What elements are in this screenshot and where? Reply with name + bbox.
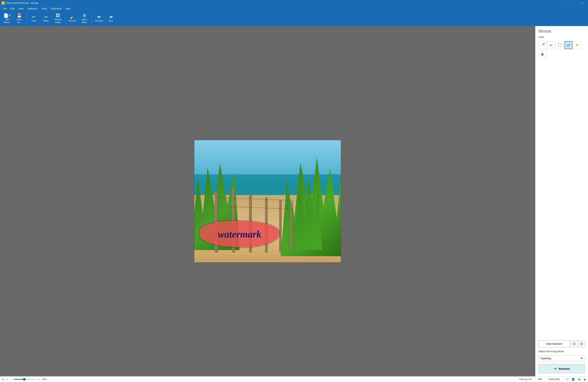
zoom-percentage: 47% xyxy=(42,378,47,381)
social-icon-1[interactable]: 📘 xyxy=(572,378,575,381)
image-dimensions: 1920x1281 xyxy=(549,378,560,381)
svg-marker-1 xyxy=(541,46,542,47)
minimize-button[interactable]: ─ xyxy=(561,0,569,6)
right-panel: Remove Tools xyxy=(535,26,588,376)
original-icon: 🖼 xyxy=(56,14,60,18)
next-button[interactable]: ➡ Next xyxy=(105,12,117,25)
add-label2: File(s)... xyxy=(3,21,11,23)
tools-row xyxy=(538,41,585,58)
pencil-tool-button[interactable] xyxy=(538,41,546,49)
original-label: Original xyxy=(54,18,62,21)
load-selection-button[interactable] xyxy=(578,340,585,347)
redo-button[interactable]: ↪ Redo xyxy=(40,12,51,25)
statusbar: ⊡ ▭ − + 47% Time (s): 0.0 JPG 1920x1281 … xyxy=(0,376,588,382)
stamp-icon xyxy=(540,52,545,56)
remove-btn-label: Remove xyxy=(559,367,570,370)
mode-label: Object Removing Mode xyxy=(538,350,585,353)
rect-select-status-icon: ▭ xyxy=(6,378,8,381)
status-divider-3 xyxy=(563,378,563,381)
add-icon: 📄+ xyxy=(3,14,11,18)
toolbar: 📄+ Add File(s)... 💾 Save as... ↩ Undo ↪ … xyxy=(0,11,588,26)
svg-rect-0 xyxy=(542,43,545,45)
separator-1 xyxy=(26,13,27,24)
lasso-icon xyxy=(566,43,570,47)
clear-selection-label: Clear Selection xyxy=(546,342,562,345)
zoom-slider-thumb xyxy=(23,378,26,381)
window-title: Photo Stamp Remover - thin.jpg xyxy=(6,2,38,4)
clear-row: Clear Selection xyxy=(538,340,585,347)
watermark-selection[interactable]: watermark xyxy=(200,221,279,247)
save-selection-button[interactable] xyxy=(571,340,577,347)
stamp-tool-button[interactable] xyxy=(538,50,546,58)
status-left: ⊡ ▭ − + 47% xyxy=(2,378,519,381)
remove-button[interactable]: 🧹 Remove xyxy=(67,12,78,25)
eraser-icon: 🧹 xyxy=(70,15,75,19)
close-button[interactable]: ✕ xyxy=(578,0,587,6)
crop-icon: ⊡ xyxy=(2,378,4,381)
removing-mode-select[interactable]: Inpainting Content-Aware Blur Clone xyxy=(538,355,585,361)
social-icon-2[interactable]: 🐦 xyxy=(578,378,581,381)
menu-file[interactable]: File xyxy=(1,7,8,11)
undo-icon: ↩ xyxy=(32,15,35,19)
original-label2: Image xyxy=(55,21,61,23)
previous-label: Previous xyxy=(95,20,103,22)
zoom-in-button[interactable]: + xyxy=(37,378,40,381)
pencil-icon xyxy=(540,43,545,47)
previous-button[interactable]: ⬅ Previous xyxy=(93,12,105,25)
window-controls: ─ □ ✕ xyxy=(561,0,587,6)
svg-rect-11 xyxy=(573,343,575,344)
app-icon: PS xyxy=(1,1,5,5)
undo-label: Undo xyxy=(31,20,36,22)
status-right: Time (s): 0.0 JPG 1920x1281 ⓘ 📘 🐦 ▶ xyxy=(519,378,586,381)
remove-action-button[interactable]: ➜ Remove xyxy=(538,364,585,373)
svg-rect-7 xyxy=(541,54,544,55)
add-files-button[interactable]: 📄+ Add File(s)... xyxy=(1,12,13,25)
menu-view[interactable]: View xyxy=(16,7,25,11)
load-selection-icon xyxy=(580,342,583,346)
next-label: Next xyxy=(109,20,113,22)
maximize-button[interactable]: □ xyxy=(569,0,578,6)
magic-wand-tool-button[interactable] xyxy=(565,41,572,49)
svg-rect-9 xyxy=(541,55,544,55)
save-label: Save xyxy=(17,18,21,21)
menu-edit[interactable]: Edit xyxy=(8,7,16,11)
star-tool-button[interactable] xyxy=(573,41,581,49)
undo-button[interactable]: ↩ Undo xyxy=(28,12,39,25)
svg-rect-8 xyxy=(542,53,543,54)
save-as-button[interactable]: 💾 Save as... xyxy=(14,12,25,25)
redo-label: Redo xyxy=(43,20,48,22)
svg-rect-13 xyxy=(581,344,582,345)
social-icon-3[interactable]: ▶ xyxy=(584,378,586,381)
info-icon[interactable]: ⓘ xyxy=(566,378,568,381)
star-icon xyxy=(575,43,579,47)
save-label2: as... xyxy=(17,21,21,23)
menu-tools[interactable]: Tools xyxy=(39,7,49,11)
zoom-out-button[interactable]: − xyxy=(10,378,13,381)
menu-selection[interactable]: Selection xyxy=(25,7,39,11)
clear-selection-button[interactable]: Clear Selection xyxy=(538,340,570,347)
separator-2 xyxy=(65,13,65,24)
panel-spacer xyxy=(538,60,585,338)
menu-softorbits[interactable]: SoftOrbits xyxy=(49,7,63,11)
eraser-tool-button[interactable] xyxy=(547,41,555,49)
batch-label2: Mode xyxy=(82,21,87,23)
time-label: Time (s): 0.0 xyxy=(519,378,532,381)
svg-rect-4 xyxy=(550,45,551,46)
beach-image: watermark xyxy=(194,140,341,263)
canvas-area[interactable]: watermark xyxy=(0,26,535,376)
fence-post-5 xyxy=(279,200,282,253)
rect-select-icon xyxy=(558,43,562,47)
batch-mode-button[interactable]: ⚙ Batch Mode xyxy=(79,12,90,25)
menu-help[interactable]: Help xyxy=(63,7,72,11)
fence-post-6 xyxy=(291,202,293,251)
svg-rect-5 xyxy=(558,44,561,46)
zoom-slider[interactable] xyxy=(14,379,36,380)
prev-icon: ⬅ xyxy=(97,15,101,19)
original-image-button[interactable]: 🖼 Original Image xyxy=(52,12,63,25)
tools-label: Tools xyxy=(538,36,585,39)
main-content: watermark Remove Tools xyxy=(0,26,588,376)
menubar: File Edit View Selection Tools SoftOrbit… xyxy=(0,6,588,11)
save-selection-icon xyxy=(572,342,576,346)
zoom-controls: − + 47% xyxy=(10,378,47,381)
rect-select-tool-button[interactable] xyxy=(556,41,564,49)
